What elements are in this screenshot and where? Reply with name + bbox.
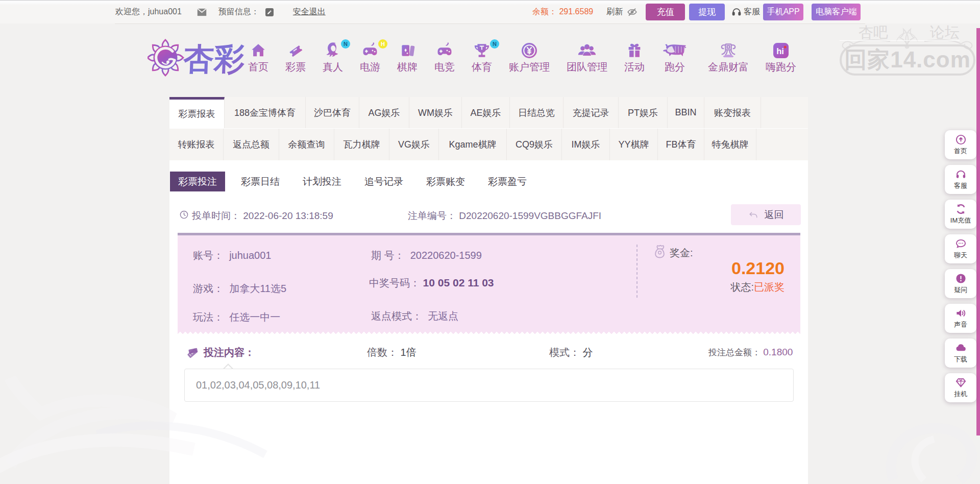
svg-text:hi: hi [776,46,784,55]
